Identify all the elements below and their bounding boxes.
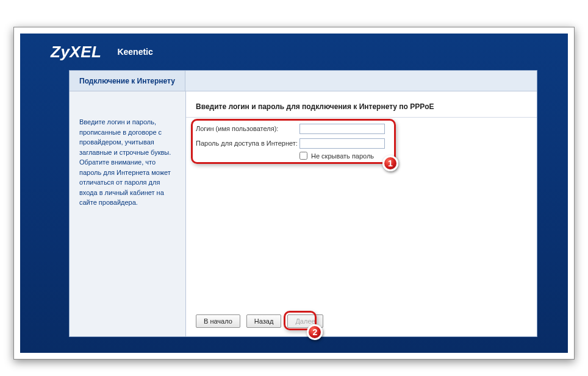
tab-label: Подключение к Интернету xyxy=(79,77,175,85)
login-input[interactable] xyxy=(299,124,385,134)
tab-bar: Подключение к Интернету xyxy=(70,71,537,91)
next-button[interactable]: Далее xyxy=(287,314,323,328)
show-password-label: Не скрывать пароль xyxy=(311,152,374,160)
row-show-password: Не скрывать пароль xyxy=(299,152,527,160)
credentials-form: Логин (имя пользователя): Пароль для дос… xyxy=(196,122,527,160)
side-help-text: Введите логин и пароль, прописанные в до… xyxy=(70,91,185,336)
show-password-checkbox[interactable] xyxy=(299,152,307,160)
login-label: Логин (имя пользователя): xyxy=(196,125,299,132)
wizard-button-bar: В начало Назад Далее 2 xyxy=(196,314,527,328)
password-input[interactable] xyxy=(299,138,385,149)
screenshot-frame: ZyXEL Keenetic Подключение к Интернету В… xyxy=(13,27,575,360)
brand-logo: ZyXEL xyxy=(51,43,101,62)
row-password: Пароль для доступа в Интернет: xyxy=(196,137,527,149)
password-label: Пароль для доступа в Интернет: xyxy=(196,140,299,147)
main-panel: Подключение к Интернету Введите логин и … xyxy=(69,70,537,337)
next-button-wrap: Далее 2 xyxy=(287,314,323,328)
restart-button[interactable]: В начало xyxy=(196,314,240,328)
header: ZyXEL Keenetic xyxy=(20,34,568,70)
row-login: Логин (имя пользователя): xyxy=(196,122,527,135)
back-button[interactable]: Назад xyxy=(246,314,282,328)
tab-internet-connection[interactable]: Подключение к Интернету xyxy=(70,71,185,91)
product-name: Keenetic xyxy=(117,47,152,57)
form-heading: Введите логин и пароль для подключения к… xyxy=(186,102,537,117)
router-admin-window: ZyXEL Keenetic Подключение к Интернету В… xyxy=(20,34,568,353)
divider xyxy=(186,117,537,118)
panel-content: Введите логин и пароль, прописанные в до… xyxy=(70,91,537,336)
form-area: Введите логин и пароль для подключения к… xyxy=(185,91,537,336)
